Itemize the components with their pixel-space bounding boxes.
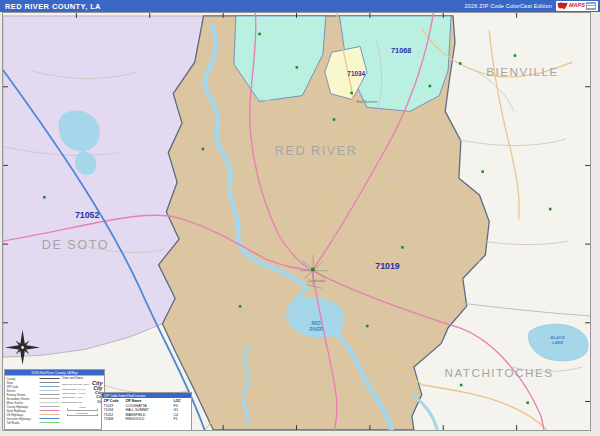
logo-brand-text: MAPS — [569, 3, 585, 9]
marketmaps-logo: MAPS — [556, 1, 598, 11]
line-sample — [40, 402, 60, 403]
line-sample — [40, 390, 60, 391]
scale-miles: Miles — [62, 406, 103, 411]
map-sheet: RED RIVER COUNTY, LA 2026 ZIP Code Color… — [0, 0, 600, 436]
table-cell-name: HALL SUMMIT — [126, 408, 174, 412]
zip-index-table: ZIP Code ZIP Name LOC 71019COUSHATTAF4 7… — [102, 398, 191, 421]
line-sample — [40, 410, 60, 411]
town-marker-coushatta — [311, 268, 314, 271]
table-cell-name: RINGGOLD — [126, 417, 174, 421]
table-cell-zip: 71052 — [104, 413, 126, 417]
line-sample — [40, 382, 60, 383]
legend-city-symbols: Cities and Towns Cities 100,000 and Abov… — [62, 377, 103, 425]
county-label-red-river: RED RIVER — [275, 143, 357, 158]
line-sample — [40, 378, 60, 379]
table-cell-name: MANSFIELD — [126, 413, 174, 417]
town-label-coushatta: Coushatta — [307, 278, 326, 283]
line-sample — [40, 422, 60, 423]
line-sample — [40, 394, 60, 395]
table-cell-loc: G1 — [174, 408, 188, 412]
zip-label-71068: 71068 — [391, 46, 411, 55]
table-cell-zip: 71068 — [104, 417, 126, 421]
zip-index-panel: ZIP Code Index/Grid Locator ZIP Code ZIP… — [101, 392, 192, 431]
line-sample — [40, 414, 60, 415]
edition-label: 2026 ZIP Code ColorCast Edition — [465, 3, 552, 9]
table-cell-loc: F4 — [174, 404, 188, 408]
legend-line-symbols: County State ZIP Code Streets Primary St… — [7, 377, 60, 425]
table-cell-zip: 71034 — [104, 408, 126, 412]
scale-bar — [67, 414, 97, 416]
column-header: ZIP Code — [104, 399, 126, 403]
logo-badge — [586, 2, 596, 10]
table-cell-loc: F1 — [174, 417, 188, 421]
usa-map-icon — [557, 2, 568, 10]
line-sample — [40, 398, 60, 399]
table-cell-name: COUSHATTA — [126, 404, 174, 408]
column-header: LOC — [174, 399, 188, 403]
city-class-row: Cities Below 5,000City — [62, 400, 103, 405]
town-marker-hall-summit — [350, 92, 353, 95]
map-canvas: DE SOTO RED RIVER BIENVILLE NATCHITOCHES… — [3, 13, 590, 430]
map-title: RED RIVER COUNTY, LA — [0, 2, 101, 11]
legend-panel: 2026 Red River County, LA Map County Sta… — [4, 369, 105, 430]
lake-label-lake: LAKE — [552, 340, 563, 345]
zip-label-71019: 71019 — [375, 261, 400, 271]
header-bar: RED RIVER COUNTY, LA 2026 ZIP Code Color… — [0, 0, 600, 12]
table-cell-loc: C4 — [174, 413, 188, 417]
county-label-natchitoches: NATCHITOCHES — [444, 366, 553, 379]
line-sample — [40, 418, 60, 419]
town-label-hall-summit: Hall Summit — [356, 99, 378, 104]
scale-kilometers: Kilometers — [62, 411, 103, 416]
zip-label-71052: 71052 — [75, 210, 100, 220]
line-sample — [40, 386, 60, 387]
county-label-bienville: BIENVILLE — [486, 65, 559, 78]
zip-label-71034: 71034 — [347, 70, 365, 77]
lake-label-black: BLACK — [551, 335, 566, 340]
legend-item: Toll Roads — [7, 421, 60, 425]
river-label-river: RIVER — [309, 327, 323, 332]
line-sample — [40, 406, 60, 407]
river-label-red: RED — [311, 321, 321, 326]
map-frame: DE SOTO RED RIVER BIENVILLE NATCHITOCHES… — [2, 12, 591, 431]
county-label-desoto: DE SOTO — [42, 237, 109, 252]
legend-body: County State ZIP Code Streets Primary St… — [5, 376, 104, 426]
column-header: ZIP Name — [126, 399, 174, 403]
table-cell-zip: 71019 — [104, 404, 126, 408]
